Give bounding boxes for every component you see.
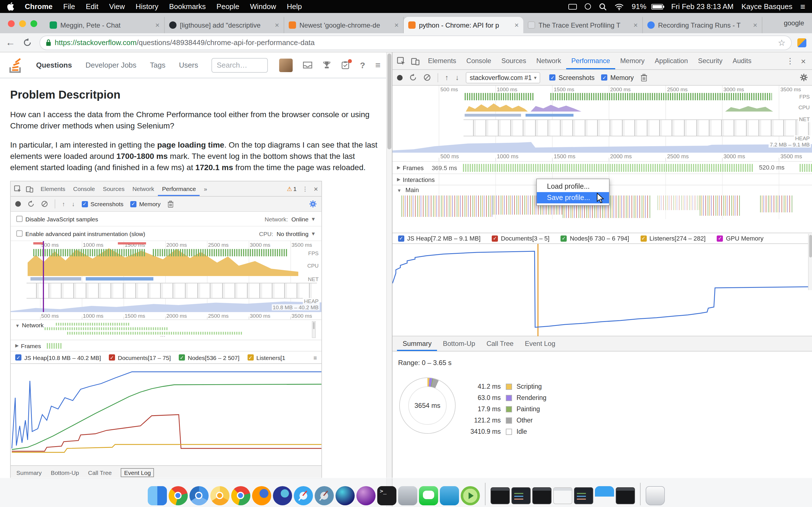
menu-window[interactable]: Window: [250, 2, 276, 11]
dock-icon-opera-neon[interactable]: [335, 486, 354, 505]
dock-icon-finder[interactable]: [147, 486, 167, 505]
scrollbar-thumb[interactable]: [388, 54, 391, 149]
window-close-button[interactable]: [8, 20, 15, 27]
save-profile-button[interactable]: ↓: [455, 73, 459, 82]
counter-documents[interactable]: ✓Documents[3 – 5]: [492, 235, 549, 242]
dock-icon-preview-window[interactable]: [553, 487, 572, 504]
dock-icon-messages[interactable]: [419, 486, 438, 505]
spotlight-icon[interactable]: [599, 3, 607, 10]
bookmark-star-icon[interactable]: ☆: [778, 38, 785, 48]
dock-icon-chrome-beta[interactable]: [231, 486, 250, 505]
dock-icon-terminal-window[interactable]: [532, 487, 551, 504]
display-status-icon[interactable]: [569, 4, 577, 9]
page-scrollbar[interactable]: [386, 52, 392, 507]
dock-icon-trash[interactable]: [645, 486, 665, 505]
overview-timeline[interactable]: 500 ms 1000 ms 1500 ms 2000 ms 2500 ms 3…: [393, 86, 812, 153]
menubar-user[interactable]: Kayce Basques: [742, 2, 793, 11]
stackoverflow-logo[interactable]: [8, 57, 22, 73]
menu-help[interactable]: Help: [287, 2, 302, 11]
back-button[interactable]: ←: [6, 37, 15, 48]
trash-icon[interactable]: [641, 73, 647, 81]
so-nav-tags[interactable]: Tags: [150, 61, 165, 69]
dock-icon-terminal-window[interactable]: [490, 487, 509, 504]
inbox-icon[interactable]: [303, 61, 313, 69]
browser-tab-trace-event[interactable]: The Trace Event Profiling T ×: [523, 17, 643, 33]
devtools-tab-performance[interactable]: Performance: [566, 52, 615, 69]
dock-icon-safari[interactable]: [294, 486, 313, 505]
dock-icon-firefox[interactable]: [252, 486, 271, 505]
help-icon[interactable]: ?: [360, 60, 365, 70]
reload-button[interactable]: [23, 38, 32, 47]
dock-icon-code-window[interactable]: [574, 487, 593, 504]
devtools-tab-network[interactable]: Network: [531, 52, 566, 69]
devtools-tab-sources[interactable]: Sources: [496, 52, 531, 69]
tab-close-icon[interactable]: ×: [633, 21, 638, 29]
devtools-more-icon[interactable]: ⋮: [781, 56, 799, 65]
browser-tab-github[interactable]: [ligthouse] add "descriptive ×: [165, 17, 284, 33]
menu-edit[interactable]: Edit: [86, 2, 98, 11]
memory-checkbox[interactable]: ✓Memory: [601, 74, 634, 81]
menu-view[interactable]: View: [109, 2, 125, 11]
devtools-tab-security[interactable]: Security: [693, 52, 728, 69]
notification-center-icon[interactable]: ≡: [800, 2, 805, 11]
dock-icon-keynote[interactable]: [595, 486, 614, 505]
context-menu-load-profile[interactable]: Load profile...: [537, 181, 609, 192]
expand-icon[interactable]: ▶: [397, 177, 400, 182]
window-minimize-button[interactable]: [19, 20, 26, 27]
dock-icon-camtasia[interactable]: [460, 486, 479, 505]
menu-history[interactable]: History: [136, 2, 158, 11]
counter-nodes[interactable]: ✓Nodes[6 730 – 6 794]: [561, 235, 629, 242]
dock-icon-gray-utility[interactable]: [398, 486, 417, 505]
dock-icon-chromium[interactable]: [189, 486, 208, 505]
reload-and-record-button[interactable]: [409, 74, 417, 81]
achievements-trophy-icon[interactable]: [323, 61, 331, 69]
dock-icon-terminal[interactable]: [377, 486, 396, 505]
so-nav-questions[interactable]: Questions: [36, 61, 72, 69]
counter-js-heap[interactable]: ✓JS Heap[7.2 MB – 9.1 MB]: [398, 235, 480, 242]
tab-close-icon[interactable]: ×: [515, 21, 519, 29]
tab-close-icon[interactable]: ×: [275, 21, 279, 29]
tab-close-icon[interactable]: ×: [753, 21, 757, 29]
memory-counter-chart[interactable]: [393, 244, 812, 336]
dock-icon-terminal-window[interactable]: [615, 487, 635, 504]
menu-bookmarks[interactable]: Bookmarks: [169, 2, 206, 11]
settings-gear-icon[interactable]: [800, 73, 808, 82]
record-button[interactable]: [397, 75, 403, 80]
so-search-input[interactable]: [212, 58, 268, 72]
devtools-tab-application[interactable]: Application: [650, 52, 693, 69]
tab-summary[interactable]: Summary: [397, 336, 437, 351]
tab-event-log[interactable]: Event Log: [519, 336, 561, 351]
menubar-clock[interactable]: Fri Feb 23 8:13 AM: [671, 2, 733, 11]
dock-icon-safari-preview[interactable]: [314, 486, 334, 505]
dock-icon-chrome-canary[interactable]: [210, 486, 229, 505]
menu-file[interactable]: File: [63, 2, 75, 11]
question-image-devtools-screenshot[interactable]: Elements Console Sources Network Perform…: [10, 181, 322, 478]
dock-icon-code-window[interactable]: [511, 487, 530, 504]
menu-people[interactable]: People: [216, 2, 239, 11]
extension-icon[interactable]: [797, 38, 806, 47]
expand-icon[interactable]: ▶: [397, 165, 400, 170]
load-profile-button[interactable]: ↑: [445, 73, 449, 82]
window-zoom-button[interactable]: [31, 20, 37, 27]
site-switcher-icon[interactable]: ≡: [375, 60, 380, 70]
counter-listeners[interactable]: ✓Listeners[274 – 282]: [640, 235, 705, 242]
so-nav-developer-jobs[interactable]: Developer Jobs: [86, 61, 137, 69]
frames-track[interactable]: ▶ Frames 369.5 ms 520.0 ms: [393, 162, 812, 174]
browser-tab-so-newest[interactable]: Newest 'google-chrome-de ×: [284, 17, 404, 33]
screenshots-checkbox[interactable]: ✓Screenshots: [550, 74, 595, 81]
so-nav-users[interactable]: Users: [179, 61, 198, 69]
clear-button[interactable]: [423, 74, 431, 81]
wifi-icon[interactable]: [615, 3, 624, 10]
devtools-tab-elements[interactable]: Elements: [423, 52, 461, 69]
tab-bottom-up[interactable]: Bottom-Up: [437, 336, 481, 351]
so-user-avatar[interactable]: [280, 58, 293, 72]
counter-gpu-memory[interactable]: ✓GPU Memory: [717, 235, 763, 242]
devtools-tab-memory[interactable]: Memory: [615, 52, 650, 69]
devtools-tab-audits[interactable]: Audits: [727, 52, 756, 69]
menubar-app-name[interactable]: Chrome: [25, 2, 52, 11]
inspect-icon[interactable]: [397, 57, 405, 65]
dock-icon-chrome[interactable]: [168, 486, 188, 505]
profile-select[interactable]: stackoverflow.com #1▾: [466, 72, 541, 83]
collapse-icon[interactable]: ▼: [397, 188, 402, 193]
tab-call-tree[interactable]: Call Tree: [481, 336, 519, 351]
